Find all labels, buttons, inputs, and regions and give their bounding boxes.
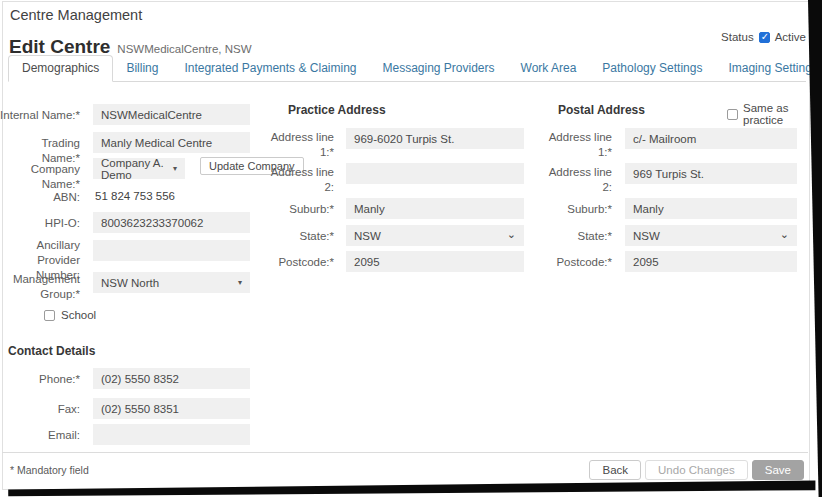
fax-input[interactable] bbox=[93, 398, 250, 419]
company-name-value: Company A. Demo bbox=[101, 157, 173, 181]
screenshot-shadow-bottom bbox=[0, 479, 822, 497]
management-group-value: NSW North bbox=[101, 277, 159, 289]
phone-label: Phone:* bbox=[0, 372, 80, 387]
postal-line2-input[interactable] bbox=[625, 163, 797, 184]
status-row: Status Active bbox=[721, 31, 806, 43]
postal-state-value: NSW bbox=[633, 230, 660, 242]
status-active-checkbox[interactable] bbox=[759, 32, 770, 43]
mandatory-field-note: * Mandatory field bbox=[10, 464, 89, 476]
postal-state-select[interactable]: NSW ⌄ bbox=[625, 225, 797, 246]
practice-line1-input[interactable] bbox=[346, 128, 524, 149]
postal-line1-input[interactable] bbox=[625, 128, 797, 149]
school-checkbox[interactable] bbox=[44, 310, 55, 321]
postal-suburb-input[interactable] bbox=[625, 198, 797, 219]
hpio-label: HPI-O: bbox=[0, 216, 80, 231]
ancillary-provider-input[interactable] bbox=[93, 240, 250, 261]
practice-line2-label: Address line 2: bbox=[258, 165, 334, 195]
abn-label: ABN: bbox=[0, 190, 80, 205]
company-name-select[interactable]: Company A. Demo ▾ bbox=[93, 158, 185, 179]
postal-line1-label: Address line 1:* bbox=[536, 130, 612, 160]
internal-name-label: Internal Name:* bbox=[0, 108, 80, 123]
page-subtitle: NSWMedicalCentre, NSW bbox=[117, 43, 251, 55]
phone-input[interactable] bbox=[93, 368, 250, 389]
back-button[interactable]: Back bbox=[589, 460, 641, 480]
management-group-select[interactable]: NSW North ▾ bbox=[93, 272, 250, 293]
save-button[interactable]: Save bbox=[752, 460, 804, 480]
company-name-label: Company Name:* bbox=[0, 162, 80, 192]
tab-work-area[interactable]: Work Area bbox=[508, 56, 590, 81]
practice-line1-label: Address line 1:* bbox=[258, 130, 334, 160]
email-input[interactable] bbox=[93, 424, 250, 445]
hpio-input[interactable] bbox=[93, 212, 250, 233]
practice-line2-input[interactable] bbox=[346, 163, 524, 184]
management-group-label: Management Group:* bbox=[0, 272, 80, 302]
postal-address-title: Postal Address bbox=[558, 103, 645, 117]
postal-state-label: State:* bbox=[536, 229, 612, 244]
fax-label: Fax: bbox=[0, 402, 80, 417]
same-as-practice-checkbox[interactable] bbox=[727, 109, 738, 120]
postal-suburb-label: Suburb:* bbox=[536, 202, 612, 217]
practice-postcode-label: Postcode:* bbox=[258, 255, 334, 270]
tab-integrated-payments[interactable]: Integrated Payments & Claiming bbox=[171, 56, 369, 81]
practice-postcode-input[interactable] bbox=[346, 251, 524, 272]
tab-bar: Demographics Billing Integrated Payments… bbox=[8, 57, 806, 82]
school-label: School bbox=[61, 309, 96, 321]
practice-suburb-label: Suburb:* bbox=[258, 202, 334, 217]
tab-imaging-settings[interactable]: Imaging Settings bbox=[715, 56, 822, 81]
footer-divider bbox=[2, 452, 808, 453]
internal-name-input[interactable] bbox=[93, 104, 250, 125]
postal-postcode-input[interactable] bbox=[625, 251, 797, 272]
status-value: Active bbox=[775, 31, 806, 43]
tab-messaging-providers[interactable]: Messaging Providers bbox=[369, 56, 507, 81]
postal-line2-label: Address line 2: bbox=[536, 165, 612, 195]
trading-name-input[interactable] bbox=[93, 132, 250, 153]
tab-demographics[interactable]: Demographics bbox=[8, 55, 113, 82]
app-title: Centre Management bbox=[10, 7, 142, 23]
tab-billing[interactable]: Billing bbox=[113, 56, 171, 81]
practice-state-select[interactable]: NSW ⌄ bbox=[346, 225, 524, 246]
same-as-practice-label: Same as practice bbox=[743, 102, 822, 126]
abn-value: 51 824 753 556 bbox=[95, 190, 175, 202]
undo-changes-button[interactable]: Undo Changes bbox=[645, 460, 748, 480]
practice-suburb-input[interactable] bbox=[346, 198, 524, 219]
school-row: School bbox=[44, 309, 96, 321]
centre-management-window: Centre Management Edit Centre NSWMedical… bbox=[0, 0, 822, 497]
caret-down-icon: ▾ bbox=[173, 164, 177, 173]
practice-address-title: Practice Address bbox=[288, 103, 386, 117]
tab-pathology-settings[interactable]: Pathology Settings bbox=[589, 56, 715, 81]
email-label: Email: bbox=[0, 428, 80, 443]
status-label: Status bbox=[721, 31, 754, 43]
caret-down-icon: ▾ bbox=[238, 278, 242, 287]
same-as-practice-row: Same as practice bbox=[727, 102, 822, 126]
practice-state-value: NSW bbox=[354, 230, 381, 242]
practice-state-label: State:* bbox=[258, 229, 334, 244]
footer-buttons: Back Undo Changes Save bbox=[589, 460, 804, 480]
contact-details-title: Contact Details bbox=[8, 344, 95, 358]
postal-postcode-label: Postcode:* bbox=[536, 255, 612, 270]
